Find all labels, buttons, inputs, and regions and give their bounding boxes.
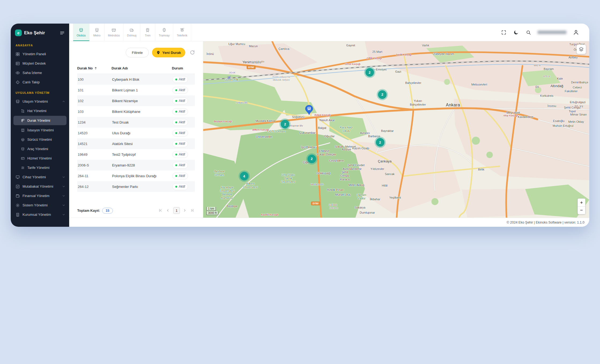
app-title: Eko Şehir: [24, 30, 57, 35]
stop-no: 14521: [77, 142, 112, 146]
map[interactable]: Uğur MumcuMacunİnönüÇamlıcaGayret25 Mart…: [203, 41, 589, 218]
stop-no: 1234: [77, 120, 112, 124]
sidebar-item-saha-izleme[interactable]: Saha İzleme: [11, 68, 69, 77]
sidebar-logo-row: e Eko Şehir: [11, 24, 69, 39]
stop-no: 264-12: [77, 185, 112, 189]
sidebar-item-mutabakat-yonetimi[interactable]: Mutabakat Yönetimi: [11, 182, 69, 191]
table-row[interactable]: 103Bilkent KütüphaneAktif: [77, 106, 195, 117]
profile-button[interactable]: [573, 29, 579, 35]
status-badge: Aktif: [172, 162, 188, 169]
stop-name: Ulus Durağı: [112, 131, 172, 135]
target-icon: [16, 80, 20, 84]
sidebar-toggle-button[interactable]: [60, 30, 65, 36]
cluster-marker[interactable]: 4: [240, 172, 249, 180]
page-prev-icon: [166, 208, 170, 213]
status-label: Aktif: [179, 163, 185, 167]
zoom-out-button[interactable]: −: [578, 206, 585, 214]
train-icon: [145, 28, 150, 32]
table-row[interactable]: 264-12Seğmenler ParkıAktif: [77, 181, 195, 192]
refresh-button[interactable]: [190, 50, 195, 55]
main-area: OtobüsMetroMetrobüsDolmuşTrenTramvayTele…: [69, 24, 589, 227]
sidebar-item-label: Hat Yönetimi: [27, 109, 46, 113]
column-header-0[interactable]: Durak No: [77, 66, 112, 70]
status-dot-icon: [175, 154, 177, 155]
table-row[interactable]: 1234Test DruakAktif: [77, 117, 195, 128]
cluster-marker[interactable]: 2: [365, 68, 374, 77]
table-row[interactable]: 264-11Polonya Elçilik Binası DurağıAktif: [77, 170, 195, 181]
pagination-next-button[interactable]: [183, 208, 187, 213]
footer-text: © 2024 Eko Şehir | Ekinoks Software | ve…: [507, 221, 584, 224]
stop-no: 264-11: [77, 174, 112, 178]
pagination-prev-button[interactable]: [166, 208, 171, 213]
sidebar-item-durak-yonetimi[interactable]: Durak Yönetimi: [13, 116, 66, 125]
dark-mode-button[interactable]: [513, 30, 519, 35]
column-header-1[interactable]: Durak Adı: [112, 66, 172, 70]
sidebar-item-label: Yönetim Paneli: [23, 52, 46, 56]
svg-text:e: e: [17, 31, 19, 35]
sidebar-item-yonetim-paneli[interactable]: Yönetim Paneli: [11, 49, 69, 59]
sidebar-item-arac-yonetimi[interactable]: Araç Yönetimi: [11, 144, 69, 154]
table-row[interactable]: 14521Atatürk SitesiAktif: [77, 138, 195, 149]
pagination-last-button[interactable]: [190, 208, 195, 213]
tab-otobus[interactable]: Otobüs: [73, 24, 90, 41]
sidebar-item-tarife-yonetimi[interactable]: Tarife Yönetimi: [11, 163, 69, 172]
sidebar-item-finansal-yonetim[interactable]: Finansal Yönetim: [11, 191, 69, 200]
tab-teleferik[interactable]: Teleferik: [173, 24, 191, 41]
column-label: Durum: [172, 66, 183, 70]
sidebar-item-istasyon-yonetimi[interactable]: İstasyon Yönetimi: [11, 125, 69, 135]
zoom-in-button[interactable]: +: [578, 199, 585, 206]
sidebar-item-kurumsal-yonetim[interactable]: Kurumsal Yönetim: [11, 210, 69, 219]
cluster-marker[interactable]: 2: [376, 138, 384, 147]
chevron-down-icon: [62, 185, 65, 188]
sidebar-nav: ANASAYFAYönetim PaneliMüşteri DestekSaha…: [11, 39, 69, 227]
panel-toolbar: Filtrele Yeni Durak: [69, 41, 203, 57]
tab-metrobus[interactable]: Metrobüs: [105, 24, 124, 41]
table-row[interactable]: 19649Test2 TydptrzpfAktif: [77, 149, 195, 160]
cluster-marker[interactable]: 2: [281, 120, 289, 128]
pagination-first-button[interactable]: [158, 208, 163, 213]
tab-tren[interactable]: Tren: [140, 24, 155, 41]
status-label: Aktif: [179, 77, 185, 81]
tab-label: Otobüs: [77, 34, 86, 37]
sidebar-item-hizmet-yonetimi[interactable]: Hizmet Yönetimi: [11, 154, 69, 163]
tab-metro[interactable]: Metro: [90, 24, 105, 41]
filter-button[interactable]: Filtrele: [126, 48, 149, 57]
stop-name: Bilkent Nizamiye: [112, 99, 172, 103]
table-row[interactable]: 101Bilkent Lojman 1Aktif: [77, 85, 195, 95]
stop-no: 2006-S: [77, 163, 112, 167]
sidebar-item-sistem-yonetimi[interactable]: Sistem Yönetimi: [11, 200, 69, 210]
cluster-marker[interactable]: 2: [378, 90, 387, 99]
table-row[interactable]: 14520Ulus DurağıAktif: [77, 128, 195, 138]
status-dot-icon: [175, 164, 177, 166]
cluster-marker[interactable]: 2: [308, 155, 316, 163]
sidebar-item-label: Ulaşım Yönetimi: [23, 99, 48, 103]
status-label: Aktif: [179, 185, 185, 188]
search-button[interactable]: [526, 30, 531, 35]
fullscreen-button[interactable]: [501, 30, 506, 35]
stop-marker[interactable]: [305, 105, 313, 115]
sidebar-item-surucu-yonetimi[interactable]: Sürücü Yönetimi: [11, 135, 69, 144]
tab-dolmus[interactable]: Dolmuş: [124, 24, 140, 41]
pagination-current-page[interactable]: 1: [173, 207, 180, 214]
sidebar-item-ulasim-yonetimi[interactable]: Ulaşım Yönetimi: [11, 97, 69, 106]
table-row[interactable]: 2006-SEryaman-9228Aktif: [77, 160, 195, 170]
sidebar-item-musteri-destek[interactable]: Müşteri Destek: [11, 59, 69, 68]
table-row[interactable]: 100Cyberpark H BlokAktif: [77, 74, 195, 85]
stop-name: Test2 Tydptrzpf: [112, 153, 172, 157]
stop-name: Cyberpark H Blok: [112, 77, 172, 81]
user-icon: [573, 29, 579, 35]
column-header-2[interactable]: Durum: [172, 66, 195, 70]
map-canvas: [203, 41, 589, 218]
tab-tramvay[interactable]: Tramvay: [155, 24, 173, 41]
sidebar-item-label: Saha İzleme: [23, 71, 42, 75]
sidebar-item-cihaz-yonetimi[interactable]: Cihaz Yönetimi: [11, 172, 69, 182]
sidebar-section-header: UYGULAMA YÖNETİM: [11, 87, 69, 97]
table-row[interactable]: 102Bilkent NizamiyeAktif: [77, 95, 195, 106]
sidebar-item-canli-takip[interactable]: Canlı Takip: [11, 77, 69, 87]
route-icon: [21, 109, 25, 113]
topbar-controls: [501, 30, 531, 35]
sidebar-item-hat-yonetimi[interactable]: Hat Yönetimi: [11, 106, 69, 116]
new-stop-button[interactable]: Yeni Durak: [152, 48, 185, 57]
column-label: Durak No: [77, 66, 93, 70]
map-layers-button[interactable]: [576, 44, 586, 54]
